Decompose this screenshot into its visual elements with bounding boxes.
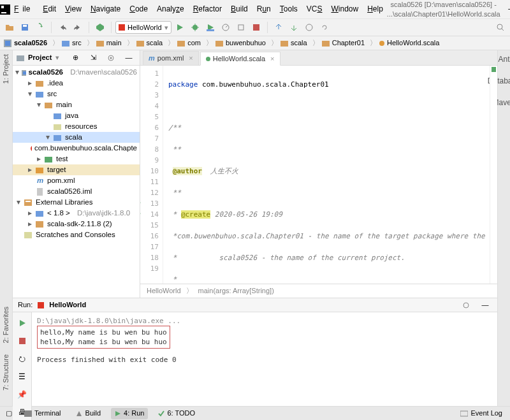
editor-tab[interactable]: mpom.xml× (143, 51, 199, 65)
editor-body[interactable]: 123456789101112 13 14 1516171819 package… (140, 66, 497, 284)
menu-analyze[interactable]: Analyze (153, 1, 188, 17)
attach-icon[interactable] (234, 20, 248, 34)
crumb-method[interactable]: main(args: Array[String]) (198, 286, 274, 296)
open-icon[interactable] (3, 20, 17, 34)
tree-node[interactable]: ▸test (13, 154, 140, 164)
editor-tab-active[interactable]: HelloWorld.scala× (200, 52, 280, 66)
project-tree[interactable]: ▾scala0526 D:\maven\scala0526 ▸.idea ▾sr… (13, 66, 140, 298)
vcs-history-icon[interactable] (302, 20, 316, 34)
menu-edit[interactable]: Edit (39, 1, 60, 17)
tool-ant[interactable]: Ant (498, 54, 509, 64)
crumb[interactable]: src〉 (62, 38, 96, 48)
hide-icon[interactable]: — (478, 298, 492, 312)
menu-navigate[interactable]: Navigate (87, 1, 124, 17)
sync-icon[interactable] (33, 20, 47, 34)
error-stripe[interactable] (490, 66, 497, 284)
tree-node[interactable]: ▸.idea (13, 78, 140, 89)
menu-help[interactable]: Help (363, 1, 387, 17)
tree-node[interactable]: ▾src (13, 89, 140, 99)
tree-node[interactable]: ▾main (13, 99, 140, 110)
tree-node-selected[interactable]: ▾scala (13, 132, 140, 143)
menu-code[interactable]: Code (126, 1, 152, 17)
profile-icon[interactable] (219, 20, 233, 34)
crumb-module[interactable]: scala0526〉 (4, 38, 62, 48)
tree-node[interactable]: resources (13, 121, 140, 132)
svg-point-24 (110, 57, 112, 59)
search-icon[interactable] (493, 20, 507, 34)
layout-icon[interactable]: ☰ (15, 370, 29, 384)
build-icon[interactable] (93, 20, 107, 34)
rerun-icon[interactable] (15, 316, 29, 330)
run-config-combo[interactable]: HelloWorld ▾ (115, 21, 171, 34)
menu-file[interactable]: File (10, 1, 38, 17)
tree-node[interactable]: com.buwenbuhuo.scala.Chapte (13, 143, 140, 154)
crumb[interactable]: Chapter01〉 (322, 38, 379, 48)
project-header: Project ▾ ⊕ ⇲ — (13, 50, 140, 66)
main-split: 1: Project 2: Favorites 7: Structure Pro… (0, 50, 510, 406)
tree-node[interactable]: mpom.xml (13, 175, 140, 186)
svg-rect-26 (23, 71, 26, 75)
run-console[interactable]: D:\java\jdk-1.8.0\bin\java.exe ... hello… (32, 312, 497, 420)
vcs-revert-icon[interactable] (317, 20, 332, 34)
menu-tools[interactable]: Tools (276, 1, 302, 17)
undo-icon[interactable] (55, 20, 69, 34)
code-area[interactable]: package com.buwenbuhuo.scala.Chapter01 /… (163, 66, 490, 284)
hide-icon[interactable]: — (122, 51, 136, 65)
redo-icon[interactable] (71, 20, 85, 34)
crumb[interactable]: buwenbuhuo〉 (215, 38, 280, 48)
vcs-update-icon[interactable] (272, 20, 286, 34)
debug-icon[interactable] (188, 20, 202, 34)
coverage-icon[interactable] (203, 20, 217, 34)
output-highlight: hello,My name is bu wen bu huo hello,My … (37, 326, 170, 349)
svg-rect-40 (36, 221, 43, 228)
crumb[interactable]: scala〉 (136, 38, 178, 48)
tree-scratches[interactable]: Scratches and Consoles (13, 229, 140, 240)
svg-rect-45 (24, 410, 32, 417)
run-tool-window: Run: HelloWorld — ⭮ ☰ 📌 🖶 🗑 D:\java\jdk-… (13, 298, 497, 406)
tree-node[interactable]: ▸target (13, 164, 140, 175)
save-icon[interactable] (18, 20, 32, 34)
tool-project[interactable]: 1: Project (1, 54, 11, 83)
stop-icon[interactable] (249, 20, 263, 34)
tree-node[interactable]: ▸scala-sdk-2.11.8 (2) (13, 219, 140, 229)
scala-icon (119, 24, 125, 31)
tree-ext-lib[interactable]: ▾External Libraries (13, 197, 140, 208)
bottom-corner-icon[interactable]: ▢ (4, 409, 14, 418)
crumb[interactable]: scala〉 (280, 38, 322, 48)
crumb[interactable]: main〉 (96, 38, 136, 48)
chevron-down-icon: ▾ (164, 23, 168, 33)
menu-refactor[interactable]: Refactor (189, 1, 226, 17)
svg-rect-14 (5, 41, 10, 46)
tree-root[interactable]: ▾scala0526 D:\maven\scala0526 (13, 67, 140, 78)
tool-structure[interactable]: 7: Structure (1, 354, 11, 391)
gear-icon[interactable] (104, 51, 118, 65)
tree-node[interactable]: ▸< 1.8 > D:\java\jdk-1.8.0 (13, 208, 140, 219)
menu-vcs[interactable]: VCS (303, 1, 326, 17)
gutter[interactable]: 123456789101112 13 14 1516171819 (140, 66, 163, 284)
crumb-class[interactable]: HelloWorld (147, 286, 181, 296)
tree-node[interactable]: java (13, 110, 140, 121)
stop-icon[interactable] (15, 334, 29, 348)
menu-run[interactable]: Run (253, 1, 275, 17)
restart-icon[interactable]: ⭮ (15, 352, 29, 366)
svg-rect-34 (45, 157, 52, 163)
pin-icon[interactable]: 📌 (15, 387, 29, 402)
close-icon[interactable]: × (189, 54, 193, 63)
menu-view[interactable]: View (61, 1, 85, 17)
tool-favorites[interactable]: 2: Favorites (1, 307, 11, 343)
crumb[interactable]: com〉 (177, 38, 215, 48)
collapse-icon[interactable]: ⇲ (86, 51, 100, 65)
vcs-commit-icon[interactable] (287, 20, 301, 34)
minimize-button[interactable]: ─ (500, 2, 510, 17)
menu-window[interactable]: Window (327, 1, 362, 17)
close-icon[interactable]: × (270, 54, 274, 64)
select-opened-icon[interactable]: ⊕ (68, 51, 82, 65)
svg-rect-10 (253, 24, 259, 31)
run-icon[interactable] (173, 20, 187, 34)
crumb-file[interactable]: HelloWorld.scala (379, 38, 439, 48)
tree-node[interactable]: scala0526.iml (13, 186, 140, 197)
svg-rect-44 (19, 338, 26, 344)
svg-rect-17 (136, 41, 144, 47)
menu-build[interactable]: Build (227, 1, 252, 17)
gear-icon[interactable] (459, 298, 473, 312)
